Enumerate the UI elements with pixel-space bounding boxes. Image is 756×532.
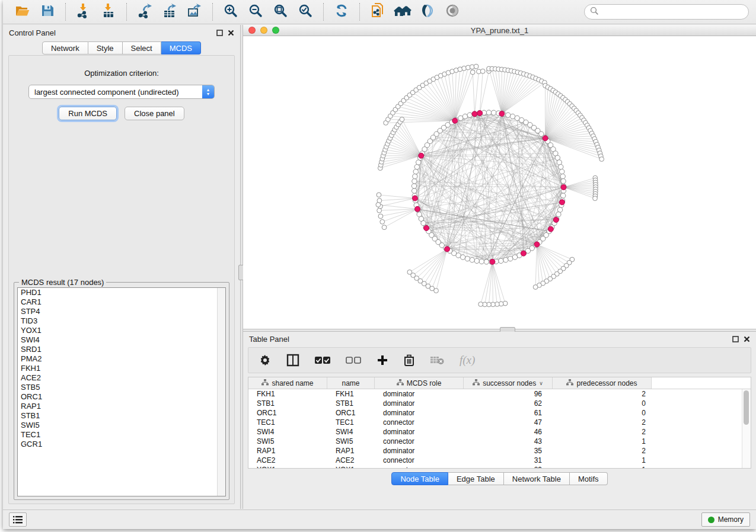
mcds-result-item[interactable]: TEC1: [18, 430, 225, 440]
criterion-dropdown[interactable]: largest connected component (undirected)…: [28, 85, 215, 99]
mcds-result-list[interactable]: PHD1CAR1STP4TID3YOX1SWI4SRD1PMA2FKH1ACE2…: [17, 287, 226, 496]
mcds-result-item[interactable]: ACE2: [18, 373, 225, 383]
search-input[interactable]: [584, 4, 749, 20]
select-all-columns-button[interactable]: [315, 356, 330, 364]
close-window-icon[interactable]: [248, 27, 256, 34]
table-row[interactable]: SWI5SWI5connector431: [248, 437, 751, 446]
tab-style[interactable]: Style: [88, 41, 123, 55]
cell: 0: [553, 408, 652, 418]
first-neighbors-button[interactable]: [390, 2, 415, 22]
memory-button[interactable]: Memory: [701, 512, 750, 527]
column-header-shared-name[interactable]: shared name: [248, 377, 327, 389]
cell: 61: [464, 408, 553, 418]
export-network-button[interactable]: [132, 2, 157, 22]
toolbar-separator: [359, 3, 360, 21]
table-row[interactable]: STB1STB1dominator620: [248, 399, 751, 408]
table-row[interactable]: FKH1FKH1dominator962: [248, 389, 751, 399]
mcds-result-item[interactable]: SRD1: [18, 345, 225, 354]
table-panel: Table Panel f(x) sh: [243, 332, 756, 509]
close-panel-icon[interactable]: [228, 30, 234, 36]
mcds-result-item[interactable]: CAR1: [18, 297, 225, 307]
mcds-result-item[interactable]: YOX1: [18, 326, 225, 335]
cell: ACE2: [248, 456, 327, 465]
mcds-result-item[interactable]: SWI4: [18, 335, 225, 345]
mcds-result-item[interactable]: STB5: [18, 383, 225, 392]
share-document-button[interactable]: [365, 2, 390, 22]
tab-select[interactable]: Select: [123, 41, 161, 55]
delete-table-button[interactable]: [430, 355, 444, 365]
table-row[interactable]: SWI4SWI4dominator462: [248, 427, 751, 437]
table-row[interactable]: YOX1YOX1connector291: [248, 465, 751, 469]
export-image-button[interactable]: [182, 2, 207, 22]
table-tabs: Node TableEdge TableNetwork TableMotifs: [243, 472, 756, 485]
refresh-button[interactable]: [329, 2, 354, 22]
close-panel-button[interactable]: Close panel: [125, 107, 184, 120]
mcds-result-group: MCDS result (17 nodes) PHD1CAR1STP4TID3Y…: [14, 282, 229, 500]
mcds-result-item[interactable]: FKH1: [18, 364, 225, 373]
mcds-result-item[interactable]: STP4: [18, 307, 225, 316]
unselect-all-columns-button[interactable]: [346, 356, 361, 364]
tab-node-table[interactable]: Node Table: [391, 472, 448, 485]
table-row[interactable]: ACE2ACE2connector311: [248, 456, 751, 465]
org-chart-icon: [261, 379, 269, 387]
save-session-button[interactable]: [35, 2, 60, 22]
mcds-result-item[interactable]: PMA2: [18, 354, 225, 364]
tab-network[interactable]: Network: [42, 41, 88, 55]
mcds-result-item[interactable]: TID3: [18, 316, 225, 326]
tab-edge-table[interactable]: Edge Table: [448, 472, 504, 485]
float-panel-icon[interactable]: [732, 336, 739, 342]
table-row[interactable]: TEC1TEC1connector472: [248, 418, 751, 427]
cell: 2: [553, 427, 652, 437]
mcds-result-item[interactable]: PHD1: [18, 288, 225, 297]
control-panel: Control Panel NetworkStyleSelectMCDS Opt…: [3, 25, 240, 509]
task-history-button[interactable]: [9, 512, 27, 527]
float-panel-icon[interactable]: [216, 30, 223, 36]
table-row[interactable]: ORC1ORC1dominator610: [248, 408, 751, 418]
mcds-result-item[interactable]: GCR1: [18, 440, 225, 449]
delete-column-button[interactable]: [404, 354, 414, 367]
zoom-in-button[interactable]: [218, 2, 243, 22]
column-header-successor-nodes[interactable]: successor nodes∨: [464, 377, 553, 389]
network-graph[interactable]: [243, 36, 756, 329]
tab-mcds[interactable]: MCDS: [161, 41, 201, 55]
cell: ORC1: [248, 408, 327, 418]
import-table-button[interactable]: [96, 2, 121, 22]
show-hide-button[interactable]: [440, 2, 465, 22]
eye-icon: [444, 4, 461, 20]
search-text-field[interactable]: [602, 8, 743, 17]
run-mcds-button[interactable]: Run MCDS: [59, 107, 117, 120]
mcds-result-item[interactable]: SWI5: [18, 421, 225, 430]
function-builder-button[interactable]: f(x): [460, 354, 475, 367]
minimize-window-icon[interactable]: [260, 27, 267, 34]
cell: connector: [375, 418, 464, 427]
create-column-button[interactable]: [377, 354, 388, 366]
table-row[interactable]: RAP1RAP1dominator352: [248, 446, 751, 456]
scrollbar-thumb[interactable]: [744, 390, 749, 425]
column-header-name[interactable]: name: [327, 377, 375, 389]
export-table-button[interactable]: [157, 2, 182, 22]
graphics-details-button[interactable]: [415, 2, 440, 22]
tab-motifs[interactable]: Motifs: [570, 472, 608, 485]
tab-network-table[interactable]: Network Table: [504, 472, 570, 485]
column-header-MCDS-role[interactable]: MCDS role: [375, 377, 464, 389]
maximize-window-icon[interactable]: [272, 27, 279, 34]
column-settings-button[interactable]: [259, 354, 271, 366]
mcds-result-item[interactable]: RAP1: [18, 402, 225, 411]
network-canvas[interactable]: [243, 36, 756, 329]
cell: YOX1: [327, 465, 375, 469]
mcds-result-item[interactable]: ORC1: [18, 392, 225, 402]
cell: 1: [553, 456, 652, 465]
open-file-button[interactable]: [10, 2, 35, 22]
close-panel-icon[interactable]: [744, 336, 750, 342]
show-columns-button[interactable]: [286, 354, 299, 367]
column-header-predecessor-nodes[interactable]: predecessor nodes: [553, 377, 652, 389]
import-network-button[interactable]: [71, 2, 96, 22]
export-table-icon: [162, 3, 177, 21]
mcds-result-item[interactable]: STB1: [18, 411, 225, 421]
node-table[interactable]: shared namenameMCDS rolesuccessor nodes∨…: [248, 377, 751, 469]
zoom-fit-button[interactable]: [268, 2, 293, 22]
zoom-selected-button[interactable]: [293, 2, 318, 22]
table-scrollbar[interactable]: [742, 389, 751, 468]
list-scrollbar[interactable]: [217, 288, 225, 496]
zoom-out-button[interactable]: [243, 2, 268, 22]
